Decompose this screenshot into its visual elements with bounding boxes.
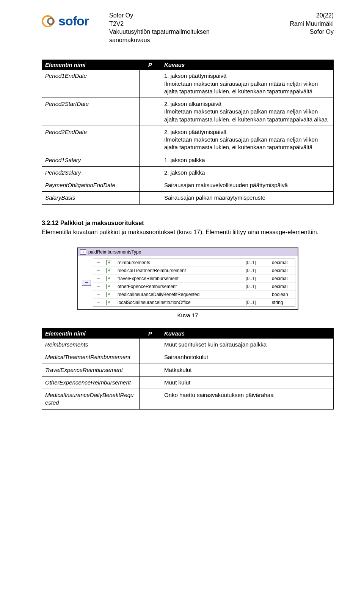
element-desc: Sairausajan palkan määräytymisperuste — [161, 192, 334, 204]
element-name: PaymentObligationEndDate — [42, 179, 140, 192]
element-icon: e — [106, 268, 112, 273]
element-icon: e — [106, 292, 112, 297]
schema-cardinality: [0..1] — [246, 300, 267, 305]
table-row: TravelExpenceReimbursementMatkakulut — [42, 364, 334, 376]
header-divider — [42, 48, 334, 48]
element-p — [140, 192, 161, 204]
schema-cardinality: [0..1] — [246, 268, 267, 273]
element-p — [140, 351, 161, 364]
col-header-desc: Kuvaus — [161, 60, 334, 70]
figure-caption: Kuva 17 — [42, 312, 334, 318]
author-name: Rami Muurimäki — [290, 20, 334, 28]
element-icon: e — [106, 260, 112, 265]
schema-row: ─emedicalTreatmentReimbursement[0..1]dec… — [93, 266, 295, 274]
doc-code: T2V2 — [109, 20, 282, 28]
elements-table-2: Elementin nimi P Kuvaus ReimbursementsMu… — [42, 328, 334, 410]
element-icon: e — [106, 276, 112, 281]
element-desc: Sairausajan maksuvelvollisuuden päättymi… — [161, 179, 334, 192]
element-p — [140, 339, 161, 351]
table-row: Period2Salary2. jakson palkka — [42, 166, 334, 179]
doc-title-2: sanomakuvaus — [109, 36, 282, 44]
company-name: Sofor Oy — [109, 11, 282, 20]
schema-rail: ••• — [80, 258, 93, 307]
element-desc: 1. jakson palkka — [161, 154, 334, 166]
col-header-name: Elementin nimi — [42, 60, 140, 70]
element-desc: 2. jakson päättymispäivä Ilmoitetaan mak… — [161, 126, 334, 154]
element-name: OtherExpencenceReimbursement — [42, 376, 140, 389]
table-row: OtherExpencenceReimbursementMuut kulut — [42, 376, 334, 389]
element-desc: 1. jakson päättymispäivä Ilmoitetaan mak… — [161, 70, 334, 98]
elements-table-1: Elementin nimi P Kuvaus Period1EndDate1.… — [42, 60, 334, 204]
element-p — [140, 389, 161, 410]
col-header-name: Elementin nimi — [42, 329, 140, 339]
schema-cardinality: [0..1] — [246, 276, 267, 281]
branch-icon: ─ — [96, 284, 101, 289]
schema-element-name: medicalInsuranceDailyBenefitRequested — [118, 292, 240, 297]
sequence-icon: ••• — [82, 280, 91, 286]
branch-icon: ─ — [96, 276, 101, 281]
schema-element-name: otherExpenceRembursement — [118, 284, 240, 289]
element-name: Reimbursements — [42, 339, 140, 351]
element-name: Period2StartDate — [42, 98, 140, 126]
element-desc: Muut suoritukset kuin sairausajan palkka — [161, 339, 334, 351]
element-name: MedicalInsuranceDailyBenefitRequested — [42, 389, 140, 410]
logo-mark-icon — [42, 15, 56, 27]
table-row: MedicalTreatmentReimbursementSairaanhoit… — [42, 351, 334, 364]
element-desc: Muut kulut — [161, 376, 334, 389]
schema-diagram: t paidReimbursementsType ••• ─ereimburse… — [77, 247, 298, 310]
schema-title-bar: t paidReimbursementsType — [78, 248, 298, 256]
element-p — [140, 154, 161, 166]
logo: sofor — [42, 11, 89, 28]
element-p — [140, 126, 161, 154]
element-icon: e — [106, 284, 112, 289]
schema-type: boolean — [272, 292, 293, 297]
element-p — [140, 166, 161, 179]
element-desc: Matkakulut — [161, 364, 334, 376]
page-number: 20(22) — [290, 11, 334, 20]
schema-type: decimal — [272, 260, 293, 265]
schema-row: ─etravelExpenceReimbursement[0..1]decima… — [93, 274, 295, 282]
branch-icon: ─ — [96, 292, 101, 297]
table-row: Period2StartDate2. jakson alkamispäivä I… — [42, 98, 334, 126]
doc-title-1: Vakuutusyhtiön tapaturmailmoituksen — [109, 28, 282, 36]
header-right: 20(22) Rami Muurimäki Sofor Oy — [290, 11, 334, 36]
schema-type-name: paidReimbursementsType — [88, 249, 141, 255]
element-p — [140, 179, 161, 192]
schema-type: decimal — [272, 268, 293, 273]
schema-element-name: reimbursements — [118, 260, 240, 265]
element-name: Period2Salary — [42, 166, 140, 179]
schema-row: ─elocalSocialInsuranceInstitutionOffice[… — [93, 298, 295, 306]
branch-icon: ─ — [96, 268, 101, 273]
table-row: MedicalInsuranceDailyBenefitRequestedOnk… — [42, 389, 334, 410]
branch-icon: ─ — [96, 300, 101, 305]
schema-cardinality: [0..1] — [246, 260, 267, 265]
brand-text: sofor — [58, 14, 89, 28]
author-company: Sofor Oy — [290, 28, 334, 36]
branch-icon: ─ — [96, 260, 101, 265]
element-name: MedicalTreatmentReimbursement — [42, 351, 140, 364]
col-header-p: P — [140, 60, 161, 70]
table-row: Period2EndDate2. jakson päättymispäivä I… — [42, 126, 334, 154]
schema-type: decimal — [272, 276, 293, 281]
schema-row: ─eotherExpenceRembursement[0..1]decimal — [93, 282, 295, 290]
schema-cardinality: [0..1] — [246, 284, 267, 289]
element-desc: 2. jakson alkamispäivä Ilmoitetaan makse… — [161, 98, 334, 126]
element-p — [140, 376, 161, 389]
table-row: SalaryBasisSairausajan palkan määräytymi… — [42, 192, 334, 204]
element-icon: e — [106, 300, 112, 305]
element-name: Period1Salary — [42, 154, 140, 166]
element-name: Period2EndDate — [42, 126, 140, 154]
element-name: Period1EndDate — [42, 70, 140, 98]
header-center: Sofor Oy T2V2 Vakuutusyhtiön tapaturmail… — [96, 11, 282, 44]
schema-row: ─emedicalInsuranceDailyBenefitRequestedb… — [93, 290, 295, 298]
section-body: Elementillä kuvataan palkkiot ja maksusu… — [42, 228, 334, 236]
col-header-p: P — [140, 329, 161, 339]
table-row: PaymentObligationEndDateSairausajan maks… — [42, 179, 334, 192]
element-p — [140, 70, 161, 98]
type-icon: t — [80, 249, 86, 255]
schema-element-name: localSocialInsuranceInstitutionOffice — [118, 300, 240, 305]
element-desc: Onko haettu sairasvakuutuksen päivärahaa — [161, 389, 334, 410]
table-row: Period1Salary1. jakson palkka — [42, 154, 334, 166]
element-name: SalaryBasis — [42, 192, 140, 204]
element-desc: 2. jakson palkka — [161, 166, 334, 179]
